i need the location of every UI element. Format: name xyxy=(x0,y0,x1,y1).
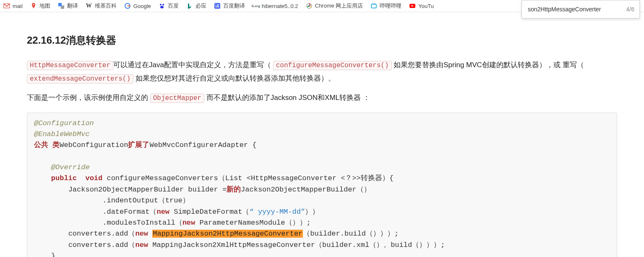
youtube-icon xyxy=(409,3,416,9)
bookmark-google[interactable]: Google xyxy=(124,3,151,9)
code-block: @Configuration @EnableWebMvc 公共 类WebConf… xyxy=(27,113,617,257)
text: 而不是默认的添加了Jackson JSON和XML转换器 ： xyxy=(204,94,370,102)
code-text: WebMvcConfigurerAdapter { xyxy=(149,141,256,149)
inline-code: ObjectMapper xyxy=(150,94,204,103)
code-text: MappingJackson2XmlHttpMessageConverter（b… xyxy=(152,241,445,249)
bookmark-label: Chrome 网上应用店 xyxy=(315,2,363,10)
code-text: converters.add（ xyxy=(68,241,136,249)
find-result-count: 4/6 xyxy=(621,6,634,13)
hibernate-icon: h.org xyxy=(253,3,259,9)
svg-text:译: 译 xyxy=(215,4,219,8)
code-keyword: 类 xyxy=(52,141,60,149)
bookmark-label: 百度 xyxy=(168,2,179,10)
bookmark-label: hibernate5..0.2 xyxy=(262,3,298,9)
code-annotation: @Override xyxy=(51,163,90,171)
find-input[interactable] xyxy=(527,5,621,13)
code-keyword: public xyxy=(51,174,77,182)
code-text: ParameterNamesModule（））; xyxy=(195,219,310,227)
bookmark-map[interactable]: 地图 xyxy=(30,2,50,10)
code-annotation: @EnableWebMvc xyxy=(34,130,90,138)
bookmark-label: YouTu xyxy=(418,3,434,9)
code-keyword: void xyxy=(85,174,102,182)
bookmark-baidu[interactable]: 百度 xyxy=(159,2,179,10)
code-string: “ yyyy-MM-dd” xyxy=(250,208,305,216)
code-highlight: MappingJackson2HttpMessageConverter xyxy=(152,230,303,238)
bookmark-hibernate[interactable]: h.org hibernate5..0.2 xyxy=(253,3,298,9)
bookmark-wiki[interactable]: W 维基百科 xyxy=(86,2,117,10)
bookmark-label: 翻译 xyxy=(67,2,78,10)
code-text: .modulesToInstall（ xyxy=(102,219,182,227)
svg-point-6 xyxy=(162,4,164,5)
code-annotation: @Configuration xyxy=(34,119,94,127)
inline-code: HttpMessageConverter xyxy=(27,61,113,70)
gmail-icon xyxy=(3,3,10,9)
code-keyword: new xyxy=(156,208,169,216)
code-keyword: 扩展了 xyxy=(128,141,149,149)
wiki-icon: W xyxy=(86,3,92,9)
code-keyword: new xyxy=(135,241,148,249)
code-text: SimpleDateFormat（ xyxy=(169,208,249,216)
code-keyword: new xyxy=(183,219,196,227)
bookmark-label: 必应 xyxy=(196,2,206,10)
bookmark-bilibili[interactable]: 哔哩哔哩 xyxy=(370,2,402,10)
bookmark-bing[interactable]: 必应 xyxy=(186,2,206,10)
code-text: Jackson2ObjectMapperBuilder（） xyxy=(241,186,370,194)
code-text: } xyxy=(51,252,55,257)
svg-point-7 xyxy=(160,6,164,8)
bookmark-gmail[interactable]: mail xyxy=(3,3,23,9)
bing-icon xyxy=(186,3,193,9)
translate-icon xyxy=(58,3,65,9)
code-text: configureMessageConverters（List <HttpMes… xyxy=(107,174,360,182)
paragraph-2: 下面是一个示例，该示例使用自定义的 ObjectMapper 而不是默认的添加了… xyxy=(27,91,617,105)
code-keyword: 新的 xyxy=(227,186,241,194)
google-icon xyxy=(124,3,131,9)
inline-code: extendMessageConverters() xyxy=(27,74,133,84)
svg-rect-3 xyxy=(61,5,64,9)
code-text: ）{ xyxy=(382,174,394,182)
code-text: ）） xyxy=(305,208,319,216)
svg-point-5 xyxy=(160,4,162,5)
bookmark-label: mail xyxy=(13,3,23,9)
section-heading: 22.16.12消息转换器 xyxy=(27,31,617,50)
code-text: WebConfiguration xyxy=(60,141,128,149)
bookmark-youtube[interactable]: YouTu xyxy=(409,3,434,9)
code-text: （builder.build（）））; xyxy=(303,230,399,238)
bookmark-cws[interactable]: Chrome 网上应用店 xyxy=(306,2,363,10)
text: 下面是一个示例，该示例使用自定义的 xyxy=(27,94,150,102)
bookmark-label: 哔哩哔哩 xyxy=(380,2,402,10)
chrome-store-icon xyxy=(306,3,313,9)
inline-code: configureMessageConverters() xyxy=(273,61,392,70)
text: 可以通过在Java配置中实现自定义，方法是重写（ xyxy=(113,61,273,69)
bookmark-label: 维基百科 xyxy=(95,2,117,10)
code-text: 转换器 xyxy=(361,174,382,182)
bookmark-label: 百度翻译 xyxy=(223,2,245,10)
find-in-page-bar: 4/6 xyxy=(521,0,640,18)
page-content: 22.16.12消息转换器 HttpMessageConverter可以通过在J… xyxy=(0,12,644,257)
map-pin-icon xyxy=(30,3,37,9)
baidu-translate-icon: 译 xyxy=(214,3,221,9)
bilibili-icon xyxy=(370,3,377,9)
code-text: Jackson2ObjectMapperBuilder builder = xyxy=(68,186,227,194)
bookmark-label: 地图 xyxy=(39,2,50,10)
code-keyword: 公共 xyxy=(34,141,48,149)
text: 如果您仅想对其进行自定义或向默认转换器添加其他转换器）。 xyxy=(133,74,335,82)
code-text: .indentOutput（true） xyxy=(102,197,189,205)
bookmark-baidutranslate[interactable]: 译 百度翻译 xyxy=(214,2,245,10)
code-text: converters.add（ xyxy=(68,230,136,238)
text: 如果您要替换由Spring MVC创建的默认转换器），或 重写（ xyxy=(392,61,584,69)
svg-rect-12 xyxy=(371,4,376,8)
bookmark-translate[interactable]: 翻译 xyxy=(58,2,78,10)
code-text: .dateFormat（ xyxy=(102,208,156,216)
bookmark-label: Google xyxy=(133,3,151,9)
code-keyword: new xyxy=(135,230,148,238)
paragraph-1: HttpMessageConverter可以通过在Java配置中实现自定义，方法… xyxy=(27,58,617,86)
svg-point-1 xyxy=(33,4,34,5)
baidu-icon xyxy=(159,3,165,9)
